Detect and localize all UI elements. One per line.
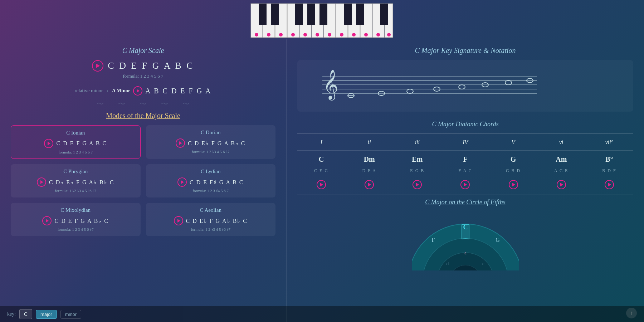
svg-text:G: G (496, 237, 500, 243)
chord-notes-G: G B D (489, 167, 537, 174)
mode-card-aeolian[interactable]: C Aeolian C D E♭ F G A♭ B♭ C formula: 1 … (146, 203, 276, 236)
key-label: key: (7, 311, 16, 317)
svg-rect-15 (307, 4, 315, 25)
wave-2: 〜 (118, 99, 125, 109)
chord-numeral-vi: vi (537, 139, 585, 146)
circle-title-link: Circle of Fifths (466, 199, 505, 206)
key-input[interactable] (19, 309, 32, 319)
piano-wrapper (250, 0, 394, 41)
chord-play-G (489, 180, 537, 189)
chord-play-Bdim (585, 180, 633, 189)
play-dorian-button[interactable] (176, 138, 185, 148)
chords-names-row: C Dm Em F G Am B° (297, 153, 633, 165)
main-layout: C Major Scale C D E F G A B C formula: 1… (0, 39, 644, 322)
play-ionian-button[interactable] (44, 139, 53, 148)
svg-point-28 (352, 33, 356, 36)
chord-play-Am (537, 180, 585, 189)
minor-toggle-button[interactable]: minor (60, 310, 82, 319)
svg-rect-16 (319, 4, 327, 25)
chord-numeral-vii: vii° (585, 139, 633, 146)
play-chord-G-button[interactable] (509, 180, 518, 189)
mode-scale-dorian: C D E♭ F G A B♭ C (151, 138, 270, 148)
chord-notes-Em: E G B (393, 167, 441, 174)
relative-minor-notes: A B C D E F G A (145, 87, 212, 95)
play-scale-button[interactable] (92, 60, 103, 72)
mode-formula-lydian: formula: 1 2 3 ♯4 5 6 7 (151, 189, 270, 193)
wave-5: 〜 (182, 99, 190, 109)
relative-minor-label: relative minor → (75, 88, 109, 94)
svg-text:e: e (482, 261, 484, 266)
svg-point-31 (387, 33, 391, 36)
scale-title: C Major Scale (11, 47, 275, 55)
chord-numeral-V: V (489, 139, 537, 146)
svg-point-30 (376, 33, 380, 36)
svg-point-29 (364, 33, 368, 36)
mode-notes-mixolydian: C D E F G A B♭ C (54, 218, 109, 224)
play-phrygian-button[interactable] (37, 177, 46, 187)
wave-4: 〜 (161, 99, 168, 109)
svg-rect-17 (344, 4, 352, 25)
svg-text:𝄞: 𝄞 (323, 70, 338, 101)
chords-numerals-row: I ii iii IV V vi vii° (297, 137, 633, 147)
major-toggle-button[interactable]: major (36, 310, 57, 319)
chord-numeral-iii: iii (393, 139, 441, 146)
circle-of-fifths-svg: C G F a e d (412, 210, 519, 270)
play-relative-minor-button[interactable] (133, 86, 142, 96)
mode-name-lydian: C Lydian (151, 169, 270, 175)
modes-grid: C Ionian C D E F G A B C formula: 1 2 3 … (11, 125, 275, 236)
bottom-bar: key: major minor (0, 306, 644, 322)
mode-card-lydian[interactable]: C Lydian C D E F♯ G A B C formula: 1 2 3… (146, 164, 276, 197)
mode-name-mixolydian: C Mixolydian (16, 207, 135, 213)
circle-section: C Major on the Circle of Fifths C (297, 199, 633, 270)
mode-notes-dorian: C D E♭ F G A B♭ C (188, 140, 246, 147)
mode-card-phrygian[interactable]: C Phrygian C D♭ E♭ F G A♭ B♭ C formula: … (11, 164, 141, 197)
svg-text:d: d (447, 261, 449, 266)
chord-play-C (297, 180, 345, 189)
chord-name-G: G (489, 155, 537, 164)
svg-point-26 (328, 33, 331, 36)
mode-card-ionian[interactable]: C Ionian C D E F G A B C formula: 1 2 3 … (11, 125, 141, 159)
right-panel: C Major Key Signature & Notation 𝄞 (286, 39, 644, 322)
scale-formula: formula: 1 2 3 4 5 6 7 (11, 73, 275, 79)
wave-1: 〜 (97, 99, 104, 109)
chord-name-Dm: Dm (345, 155, 393, 164)
play-chord-C-button[interactable] (317, 180, 326, 189)
play-aeolian-button[interactable] (174, 216, 183, 225)
play-chord-Bdim-button[interactable] (605, 180, 614, 189)
svg-point-24 (303, 33, 307, 36)
play-chord-F-button[interactable] (460, 180, 470, 189)
circle-title: C Major on the Circle of Fifths (297, 199, 633, 206)
mode-formula-ionian: formula: 1 2 3 4 5 6 7 (16, 150, 135, 154)
mode-card-dorian[interactable]: C Dorian C D E♭ F G A B♭ C formula: 1 2 … (146, 125, 276, 159)
play-chord-Am-button[interactable] (557, 180, 566, 189)
mode-formula-mixolydian: formula: 1 2 3 4 5 6 ♭7 (16, 227, 135, 232)
chord-notes-C: C E G (297, 167, 345, 174)
chord-play-Em (393, 180, 441, 189)
chord-name-F: F (441, 155, 489, 164)
chord-notes-Am: A C E (537, 167, 585, 174)
mode-name-aeolian: C Aeolian (151, 207, 270, 213)
mode-card-mixolydian[interactable]: C Mixolydian C D E F G A B♭ C formula: 1… (11, 203, 141, 236)
mode-scale-lydian: C D E F♯ G A B C (151, 177, 270, 187)
play-chord-Em-button[interactable] (413, 180, 422, 189)
chord-play-Dm (345, 180, 393, 189)
piano-container (250, 0, 394, 41)
svg-point-23 (291, 33, 295, 36)
play-chord-Dm-button[interactable] (365, 180, 374, 189)
chords-section: I ii iii IV V vi vii° (297, 133, 633, 195)
svg-point-45 (505, 80, 512, 85)
wave-3: 〜 (140, 99, 147, 109)
circle-title-prefix: C Major on the (425, 199, 465, 206)
piano-svg (250, 0, 394, 39)
chords-play-row (297, 178, 633, 191)
svg-rect-18 (356, 4, 364, 25)
chords-title: C Major Diatonic Chords (297, 121, 633, 128)
relative-minor-name: A Minor (112, 88, 130, 94)
svg-point-20 (255, 33, 258, 36)
chord-name-Bdim: B° (585, 155, 633, 164)
chord-notes-Dm: D F A (345, 167, 393, 174)
play-lydian-button[interactable] (177, 177, 187, 187)
play-mixolydian-button[interactable] (42, 216, 52, 225)
svg-text:a: a (464, 250, 467, 255)
chords-notes-row: C E G D F A E G B F A C G B D A C E (297, 165, 633, 175)
